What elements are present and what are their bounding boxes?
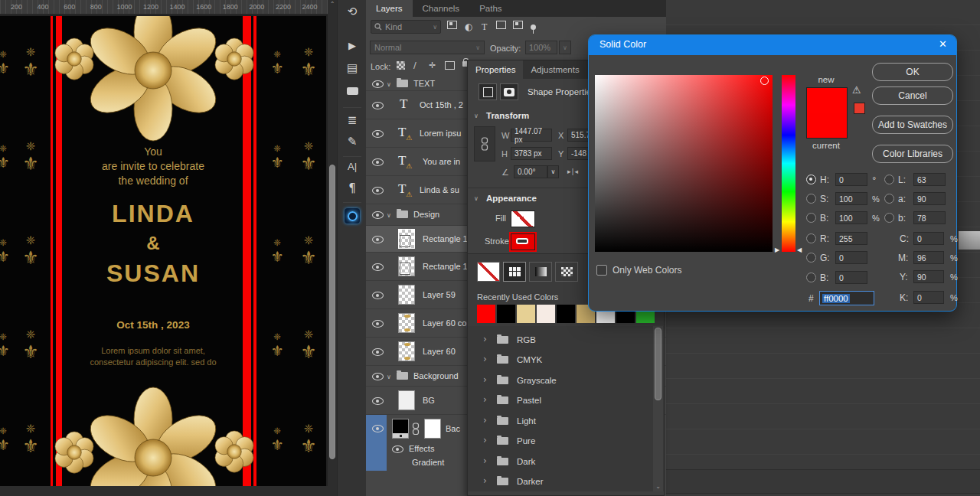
b2-input[interactable]: 0	[835, 271, 867, 284]
lock-transparent-icon[interactable]	[397, 61, 405, 71]
k-input[interactable]: 0	[913, 291, 944, 304]
visibility-eye-icon[interactable]	[372, 348, 384, 356]
hue-slider[interactable]	[782, 75, 795, 252]
hue-arrow-right[interactable]: ◀	[797, 246, 802, 253]
mask-properties-button[interactable]	[500, 83, 518, 100]
comments-icon[interactable]	[338, 84, 367, 97]
a-input[interactable]: 90	[913, 192, 946, 205]
swatch-group-darker[interactable]: › Darker	[468, 472, 652, 491]
close-icon[interactable]: ✕	[939, 38, 947, 50]
filter-image-icon[interactable]	[447, 21, 457, 31]
b-radio[interactable]	[806, 213, 816, 223]
color-libraries-button[interactable]: Color Libraries	[872, 145, 953, 163]
swatch-group-pastel[interactable]: › Pastel	[468, 390, 652, 410]
section-chevron[interactable]: ∨	[474, 113, 479, 119]
lock-paint-icon[interactable]: ∕	[413, 60, 416, 70]
color-swatch[interactable]	[517, 305, 535, 323]
visibility-eye-icon[interactable]	[372, 397, 384, 405]
version-history-icon[interactable]: ⟲	[338, 5, 367, 18]
expand-chevron[interactable]: ∨	[387, 374, 391, 380]
blend-mode-select[interactable]: Normal ∨	[370, 41, 485, 54]
filter-kind-select[interactable]: Kind ∨	[371, 20, 441, 34]
layer-thumbnail[interactable]	[398, 313, 415, 333]
height-input[interactable]: 3783 px	[511, 147, 552, 160]
tool-presets-icon[interactable]: ≣	[338, 113, 367, 127]
transform-box-button[interactable]	[479, 83, 497, 100]
opacity-value[interactable]: 100%	[525, 41, 557, 54]
gamut-color-swatch[interactable]	[854, 103, 865, 114]
color-swatch[interactable]	[557, 305, 575, 323]
stroke-swatch[interactable]	[511, 233, 535, 250]
g-input[interactable]: 0	[835, 251, 867, 264]
filter-pin-icon[interactable]	[531, 21, 536, 32]
width-input[interactable]: 1447.07 px	[511, 129, 552, 142]
visibility-eye-icon[interactable]	[372, 425, 384, 432]
layer-thumbnail[interactable]	[392, 419, 409, 439]
scrollbar-thumb[interactable]	[329, 165, 335, 459]
lock-move-icon[interactable]: ✛	[429, 60, 436, 70]
canvas-vertical-scrollbar[interactable]: ⌃	[328, 0, 337, 486]
filter-type-icon[interactable]: T	[482, 21, 487, 33]
l-input[interactable]: 63	[913, 173, 946, 186]
cancel-button[interactable]: Cancel	[872, 86, 953, 105]
only-web-colors-checkbox[interactable]	[596, 265, 607, 276]
b-input[interactable]: 100	[835, 211, 867, 224]
a-radio[interactable]	[884, 194, 894, 204]
swatch-group-dark[interactable]: › Dark	[468, 452, 652, 472]
mask-link-icon[interactable]	[412, 423, 420, 437]
lock-artboard-icon[interactable]	[445, 61, 455, 71]
layer-thumbnail[interactable]	[398, 341, 415, 361]
layer-mask-thumbnail[interactable]	[424, 419, 441, 439]
swatch-group-rgb[interactable]: › RGB	[468, 330, 652, 350]
section-chevron[interactable]: ∨	[474, 195, 479, 202]
visibility-eye-icon[interactable]	[372, 263, 384, 271]
scroll-up-arrow[interactable]: ⌃	[328, 1, 337, 8]
swatch-group-light[interactable]: › Light	[468, 411, 652, 431]
hex-input[interactable]: ff0000	[819, 291, 874, 305]
swatch-group-cmyk[interactable]: › CMYK	[468, 350, 652, 370]
swatch-list-scrollbar[interactable]: ⌄	[653, 326, 663, 491]
m-input[interactable]: 96	[913, 251, 944, 264]
hue-arrow-left[interactable]: ▶	[775, 246, 779, 253]
h-radio[interactable]	[806, 175, 816, 184]
g-radio[interactable]	[806, 253, 816, 263]
wedding-invitation-canvas[interactable]: You are invite to celebrate the wedding …	[0, 16, 326, 486]
color-swatch[interactable]	[497, 305, 515, 323]
solid-color-button[interactable]	[503, 262, 526, 282]
layer-thumbnail[interactable]	[398, 229, 415, 249]
expand-chevron[interactable]: ∨	[387, 212, 391, 219]
angle-input[interactable]: 0.00°	[514, 165, 547, 178]
visibility-eye-icon[interactable]	[372, 102, 384, 109]
s-radio[interactable]	[806, 194, 816, 204]
visibility-eye-icon[interactable]	[372, 187, 384, 194]
scrollbar-thumb[interactable]	[655, 328, 662, 400]
visibility-eye-icon[interactable]	[372, 320, 384, 328]
opacity-dropdown[interactable]: ∨	[559, 41, 571, 54]
lab-b-radio[interactable]	[884, 213, 894, 223]
layer-thumbnail[interactable]	[398, 256, 415, 276]
no-color-button[interactable]	[477, 262, 500, 282]
h-input[interactable]: 0	[835, 173, 867, 186]
add-to-swatches-button[interactable]: Add to Swatches	[872, 116, 953, 134]
layer-thumbnail[interactable]	[398, 285, 415, 305]
visibility-eye-icon[interactable]	[372, 130, 384, 138]
tab-paths[interactable]: Paths	[469, 0, 511, 17]
fill-swatch[interactable]	[511, 210, 535, 227]
s-input[interactable]: 100	[835, 192, 867, 205]
pattern-button[interactable]	[555, 262, 578, 282]
tab-properties[interactable]: Properties	[468, 60, 523, 79]
color-swatch[interactable]	[537, 305, 555, 323]
gradient-button[interactable]	[529, 262, 552, 282]
saturation-brightness-field[interactable]	[595, 75, 773, 252]
visibility-eye-icon[interactable]	[372, 158, 384, 166]
current-color-swatch[interactable]	[806, 113, 848, 139]
brushes-icon[interactable]: ✎	[338, 135, 367, 148]
tab-layers[interactable]: Layers	[366, 0, 413, 17]
filter-adjustment-icon[interactable]: ◐	[465, 21, 472, 32]
visibility-eye-icon[interactable]	[372, 211, 384, 219]
visibility-eye-icon[interactable]	[372, 80, 384, 88]
libraries-icon[interactable]: ▤	[338, 61, 367, 75]
paragraph-panel-icon[interactable]: ¶	[338, 181, 367, 195]
swatch-group-pure[interactable]: › Pure	[468, 431, 652, 451]
gamut-warning-icon[interactable]: ⚠	[852, 84, 861, 96]
